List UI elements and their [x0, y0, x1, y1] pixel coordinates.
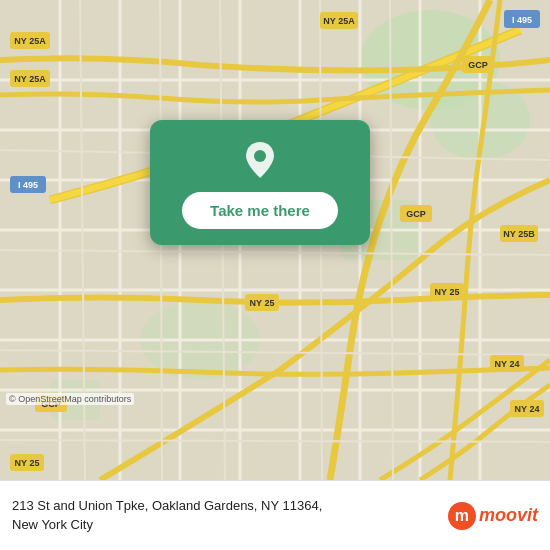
svg-text:NY 25A: NY 25A: [323, 16, 355, 26]
moovit-m-icon: m: [448, 502, 476, 530]
moovit-brand-text: moovit: [479, 505, 538, 526]
moovit-logo: m moovit: [448, 502, 538, 530]
address-text: 213 St and Union Tpke, Oakland Gardens, …: [12, 497, 438, 535]
take-me-there-button[interactable]: Take me there: [182, 192, 338, 229]
svg-text:NY 25: NY 25: [15, 458, 40, 468]
svg-text:NY 25B: NY 25B: [503, 229, 535, 239]
svg-text:NY 24: NY 24: [495, 359, 520, 369]
svg-point-60: [254, 150, 266, 162]
svg-text:NY 24: NY 24: [515, 404, 540, 414]
svg-text:GCP: GCP: [468, 60, 488, 70]
svg-text:NY 25: NY 25: [250, 298, 275, 308]
map-attribution: © OpenStreetMap contributors: [6, 393, 134, 405]
svg-text:NY 25A: NY 25A: [14, 74, 46, 84]
location-pin-icon: [238, 138, 282, 182]
svg-text:I 495: I 495: [18, 180, 38, 190]
svg-text:I 495: I 495: [512, 15, 532, 25]
svg-text:NY 25A: NY 25A: [14, 36, 46, 46]
bottom-info-bar: 213 St and Union Tpke, Oakland Gardens, …: [0, 480, 550, 550]
map-view: I 495 NY 25A NY 25A NY 25A I 495 GCP GCP…: [0, 0, 550, 480]
svg-text:NY 25: NY 25: [435, 287, 460, 297]
destination-card: Take me there: [150, 120, 370, 245]
svg-text:GCP: GCP: [406, 209, 426, 219]
